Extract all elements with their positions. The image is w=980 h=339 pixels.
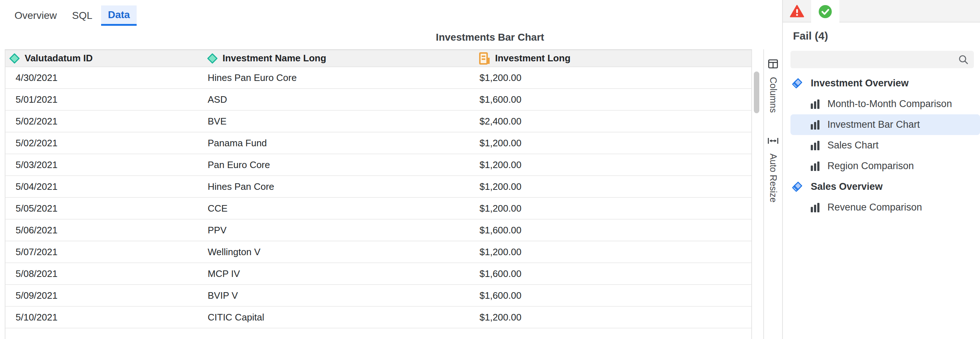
cell-valutadatum-id: 5/04/2021 bbox=[16, 176, 57, 197]
grid-header-row: Valutadatum ID Investment Name Long bbox=[5, 50, 751, 67]
cell-investment-name-long: ASD bbox=[208, 89, 227, 110]
search-icon[interactable] bbox=[958, 54, 969, 65]
table-row[interactable]: 5/02/2021 BVE $2,400.00 bbox=[5, 111, 751, 133]
bar-chart-icon bbox=[810, 141, 820, 150]
tab-overview[interactable]: Overview bbox=[14, 5, 57, 26]
tree-item-investment-bar-chart[interactable]: Investment Bar Chart bbox=[791, 114, 980, 135]
tab-data[interactable]: Data bbox=[101, 5, 137, 26]
bar-chart-icon bbox=[810, 99, 820, 109]
view-tabs: Overview SQL Data bbox=[14, 5, 137, 26]
table-row[interactable]: 5/02/2021 Panama Fund $1,200.00 bbox=[5, 133, 751, 154]
tree-group-sales-overview[interactable]: Sales Overview bbox=[791, 176, 980, 197]
cell-investment-long: $1,600.00 bbox=[479, 263, 522, 284]
tree-group-investment-overview[interactable]: Investment Overview bbox=[791, 73, 980, 94]
table-row[interactable]: 5/06/2021 PPV $1,600.00 bbox=[5, 219, 751, 241]
cell-investment-name-long: Hines Pan Core bbox=[208, 176, 274, 197]
cell-investment-long: $1,600.00 bbox=[479, 219, 522, 241]
vertical-scrollbar-thumb[interactable] bbox=[754, 72, 759, 113]
data-grid: Valutadatum ID Investment Name Long bbox=[5, 50, 752, 339]
grid-side-button-bar: Columns Auto Resize bbox=[763, 50, 782, 339]
cell-investment-name-long: BVE bbox=[208, 111, 226, 132]
auto-resize-icon bbox=[767, 135, 779, 146]
table-row[interactable]: 5/08/2021 MCP IV $1,600.00 bbox=[5, 263, 751, 285]
pass-tab[interactable] bbox=[811, 0, 839, 23]
bar-chart-icon bbox=[810, 120, 820, 130]
tab-sql[interactable]: SQL bbox=[72, 5, 92, 26]
cell-valutadatum-id: 5/02/2021 bbox=[16, 133, 57, 154]
auto-resize-button[interactable]: Auto Resize bbox=[767, 135, 779, 203]
tree-item-label: Sales Overview bbox=[811, 181, 883, 192]
cell-valutadatum-id: 5/10/2021 bbox=[16, 307, 57, 328]
cell-valutadatum-id: 5/02/2021 bbox=[16, 111, 57, 132]
tree-item-label: Revenue Comparison bbox=[827, 202, 922, 213]
warning-triangle-icon bbox=[790, 5, 804, 18]
cell-investment-long: $2,400.00 bbox=[479, 111, 522, 132]
cell-investment-long: $1,600.00 bbox=[479, 89, 522, 110]
auto-resize-label: Auto Resize bbox=[768, 154, 778, 203]
tree-item-label: Region Comparison bbox=[827, 160, 914, 172]
cell-investment-long: $1,200.00 bbox=[479, 307, 522, 328]
column-header-investment-name-long[interactable]: Investment Name Long bbox=[207, 50, 326, 66]
column-header-label: Investment Long bbox=[495, 53, 570, 64]
tree-item-label: Month-to-Month Comparison bbox=[827, 98, 952, 110]
cell-investment-name-long: Wellington V bbox=[208, 241, 261, 262]
table-row[interactable]: 5/10/2021 CITIC Capital $1,200.00 bbox=[5, 307, 751, 328]
tree-item-sales-chart[interactable]: Sales Chart bbox=[791, 135, 980, 156]
columns-panel-button[interactable]: Columns bbox=[767, 58, 779, 113]
table-row[interactable]: 5/09/2021 BVIP V $1,600.00 bbox=[5, 285, 751, 307]
cell-valutadatum-id: 5/06/2021 bbox=[16, 219, 57, 241]
table-row[interactable]: 5/05/2021 CCE $1,200.00 bbox=[5, 198, 751, 219]
columns-panel-label: Columns bbox=[768, 77, 778, 113]
cell-valutadatum-id: 5/01/2021 bbox=[16, 89, 57, 110]
cell-investment-name-long: Hines Pan Euro Core bbox=[208, 67, 297, 88]
column-header-investment-long[interactable]: Investment Long bbox=[479, 50, 570, 66]
cell-investment-long: $1,200.00 bbox=[479, 67, 522, 88]
tree-item-month-to-month-comparison[interactable]: Month-to-Month Comparison bbox=[791, 94, 980, 114]
tree-item-region-comparison[interactable]: Region Comparison bbox=[791, 156, 980, 176]
validation-sidebar: Fail (4) Investment Overview Month-to-Mo… bbox=[782, 0, 980, 339]
diamond-dimension-icon bbox=[9, 53, 20, 64]
column-header-label: Investment Name Long bbox=[223, 53, 326, 64]
bar-chart-icon bbox=[810, 203, 820, 213]
table-row[interactable]: 5/04/2021 Hines Pan Core $1,200.00 bbox=[5, 176, 751, 198]
cell-valutadatum-id: 5/09/2021 bbox=[16, 285, 57, 306]
fail-tab[interactable] bbox=[783, 0, 811, 22]
cell-investment-name-long: PPV bbox=[208, 219, 226, 241]
cell-valutadatum-id: 5/03/2021 bbox=[16, 154, 57, 175]
cell-valutadatum-id: 5/07/2021 bbox=[16, 241, 57, 262]
grid-body: 4/30/2021 Hines Pan Euro Core $1,200.00 … bbox=[5, 67, 751, 328]
tree-item-revenue-comparison[interactable]: Revenue Comparison bbox=[791, 197, 980, 218]
column-header-label: Valutadatum ID bbox=[25, 53, 93, 64]
bar-chart-icon bbox=[810, 161, 820, 171]
cell-investment-name-long: MCP IV bbox=[208, 263, 240, 284]
chart-tree: Investment Overview Month-to-Month Compa… bbox=[783, 73, 980, 218]
table-row[interactable]: 5/07/2021 Wellington V $1,200.00 bbox=[5, 241, 751, 263]
columns-icon bbox=[767, 58, 779, 70]
tab-strip-filler bbox=[839, 0, 980, 22]
cell-investment-long: $1,200.00 bbox=[479, 198, 522, 219]
cell-investment-long: $1,200.00 bbox=[479, 133, 522, 154]
cell-investment-name-long: BVIP V bbox=[208, 285, 238, 306]
table-row[interactable]: 5/03/2021 Pan Euro Core $1,200.00 bbox=[5, 154, 751, 176]
tree-item-label: Sales Chart bbox=[827, 140, 878, 151]
cell-valutadatum-id: 5/05/2021 bbox=[16, 198, 57, 219]
cell-investment-name-long: Panama Fund bbox=[208, 133, 267, 154]
cell-investment-name-long: CITIC Capital bbox=[208, 307, 264, 328]
cell-valutadatum-id: 5/08/2021 bbox=[16, 263, 57, 284]
cell-investment-name-long: Pan Euro Core bbox=[208, 154, 270, 175]
cell-investment-long: $1,200.00 bbox=[479, 241, 522, 262]
table-row[interactable]: 5/01/2021 ASD $1,600.00 bbox=[5, 89, 751, 111]
column-header-valutadatum-id[interactable]: Valutadatum ID bbox=[9, 50, 93, 66]
diamond-dimension-icon bbox=[207, 53, 218, 64]
cell-valutadatum-id: 4/30/2021 bbox=[16, 67, 57, 88]
search-input[interactable] bbox=[791, 51, 958, 68]
tree-item-label: Investment Bar Chart bbox=[827, 119, 920, 130]
layers-icon bbox=[791, 181, 803, 193]
cell-investment-name-long: CCE bbox=[208, 198, 228, 219]
cell-investment-long: $1,600.00 bbox=[479, 285, 522, 306]
layers-icon bbox=[791, 78, 803, 89]
table-row[interactable]: 4/30/2021 Hines Pan Euro Core $1,200.00 bbox=[5, 67, 751, 89]
tree-item-label: Investment Overview bbox=[811, 78, 908, 89]
validation-tabs bbox=[783, 0, 980, 22]
check-circle-icon bbox=[818, 5, 832, 19]
